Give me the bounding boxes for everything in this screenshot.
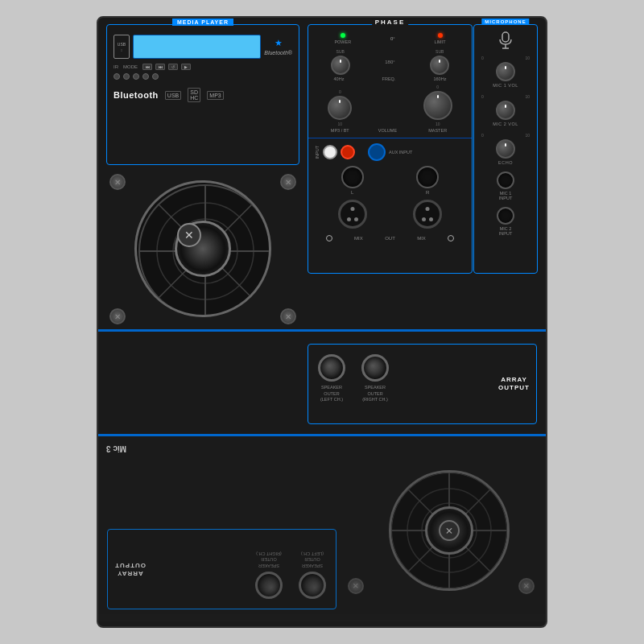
bottom-screw-tl: ✕ [518, 578, 535, 594]
mic-icon-area [474, 25, 537, 52]
sub-left-control[interactable] [331, 56, 350, 75]
screw-tr: ✕ [280, 174, 296, 190]
bottom-inner: SPEAKEROUTER(LEFT CH.) SPEAKEROUTER(RIGH… [98, 436, 546, 621]
next-btn[interactable]: ⏭ [155, 64, 165, 70]
bottom-speaker-left-jack [299, 572, 326, 599]
mic2-vol-group: 010 MIC 2 VOL [474, 91, 537, 130]
knob-row-1: SUB 180° SUB [308, 47, 472, 76]
mic1-input-jack[interactable] [497, 171, 514, 189]
mic-section: MICROPHONE 010 MIC 1 VOL [473, 24, 538, 274]
limit-indicator: LIMIT [435, 33, 446, 44]
xlr-mix-left [338, 200, 367, 229]
jack-left-input[interactable] [341, 166, 364, 188]
bluetooth-badge: Bluetooth® [264, 50, 292, 56]
mp-feature-icons: Bluetooth USB SDHC MP3 [107, 81, 299, 105]
fan-outer-ring: ✕ [134, 180, 271, 317]
jack-l: L [341, 166, 364, 195]
input-connectors: INPUT AUX INPUT [308, 140, 472, 164]
media-player-section: MEDIA PLAYER USB ↕ ★ Bluetooth® IR MODE … [106, 24, 299, 165]
master-knob: 0 10 MASTER [423, 85, 452, 133]
xlr-right[interactable] [413, 200, 442, 229]
screw-br: ✕ [280, 308, 296, 324]
play-btn[interactable]: ▶ [181, 64, 191, 70]
mic2-vol-knob[interactable] [496, 101, 515, 120]
mic2-input-port: MIC 2 INPUT [474, 204, 537, 239]
media-player-label: MEDIA PLAYER [172, 19, 233, 26]
bottom-screw-tr: ✕ [348, 578, 364, 594]
xlr-left[interactable] [338, 200, 367, 229]
master-volume-control[interactable] [423, 91, 452, 120]
xlr-row [308, 196, 472, 232]
jack-r: R [416, 166, 439, 195]
phase-indicators-row: POWER 0° LIMIT [308, 25, 472, 47]
usb-icon: USB ↕ [114, 35, 130, 59]
device-body: MEDIA PLAYER USB ↕ ★ Bluetooth® IR MODE … [97, 16, 547, 628]
bluetooth-label: Bluetooth [114, 90, 159, 100]
echo-knob[interactable] [496, 139, 515, 159]
echo-group: 010 ECHO [474, 130, 537, 168]
mp-indicator-dots [107, 72, 299, 81]
bottom-speaker-left: SPEAKEROUTER(LEFT CH.) [299, 550, 326, 599]
rca-white-input[interactable] [323, 145, 337, 159]
bottom-grille: ✕ [389, 470, 510, 591]
bottom-speaker-right: SPEAKEROUTER(RIGHT CH.) [255, 550, 283, 599]
fan-inner-ring: ✕ [175, 221, 231, 277]
middle-panel: SPEAKER OUTER (LEFT CH.) SPEAKER OUTER (… [98, 332, 546, 436]
volume-label-col: VOLUME [378, 128, 397, 133]
controls-section: PHASE POWER 0° LIMIT SUB [308, 24, 473, 274]
prev-btn[interactable]: ⏮ [142, 64, 152, 70]
fan-grille: ✕ [134, 180, 271, 317]
mix-indicator-left [326, 235, 332, 242]
svg-rect-8 [502, 32, 509, 42]
sub-knob-left: SUB [331, 49, 350, 75]
repeat-btn[interactable]: ↺ [168, 64, 178, 70]
array-section: SPEAKER OUTER (LEFT CH.) SPEAKER OUTER (… [308, 344, 537, 424]
fan-section: ✕ ✕ ✕ ✕ [106, 171, 299, 328]
lr-jacks: L R [308, 164, 472, 196]
phase-label: PHASE [372, 19, 409, 26]
screw-bl: ✕ [109, 308, 126, 324]
speaker-outer-right-jack[interactable] [361, 354, 389, 382]
speaker-ports-row: SPEAKER OUTER (LEFT CH.) SPEAKER OUTER (… [308, 345, 536, 413]
xlr-mix-right [413, 200, 442, 229]
mp3bt-volume-control[interactable] [328, 96, 352, 120]
bottom-panel: SPEAKEROUTER(LEFT CH.) SPEAKEROUTER(RIGH… [98, 436, 546, 621]
speaker-outer-right: SPEAKER OUTER (RIGHT CH.) [361, 354, 389, 403]
mic2-input-jack[interactable] [497, 207, 514, 225]
aux-input-jack[interactable] [368, 143, 386, 161]
volume-row: 0 10 MP3 / BT VOLUME 0 10 MASTER [308, 81, 472, 136]
mic1-vol-knob[interactable] [496, 62, 515, 81]
speaker-outer-left: SPEAKER OUTER (LEFT CH.) [318, 354, 345, 403]
limit-led [438, 33, 443, 38]
mp3bt-knob: 0 10 MP3 / BT [328, 89, 352, 133]
zero-indicator: 0° [390, 36, 395, 41]
rca-red-input[interactable] [341, 145, 355, 159]
sub-right-control[interactable] [430, 56, 449, 75]
bottom-speaker-right-jack [255, 572, 283, 599]
top-panel: MEDIA PLAYER USB ↕ ★ Bluetooth® IR MODE … [98, 18, 546, 332]
microphone-label: MICROPHONE [481, 19, 529, 25]
speaker-outer-left-jack[interactable] [318, 354, 345, 382]
power-led [341, 33, 345, 38]
fan-center: ✕ [177, 223, 201, 247]
mp-screen [133, 35, 261, 59]
mic3-label: Mic 3 [106, 444, 126, 453]
bottom-fan-area: ✕ ✕ [345, 452, 538, 597]
mic-icon [497, 31, 514, 49]
mic1-vol-group: 010 MIC 1 VOL [474, 52, 537, 91]
jack-right-input[interactable] [416, 166, 439, 188]
power-indicator: POWER [334, 33, 351, 44]
screw-tl: ✕ [109, 174, 126, 190]
sub-knob-right: SUB [430, 49, 449, 75]
bottom-array-mirror: SPEAKEROUTER(LEFT CH.) SPEAKEROUTER(RIGH… [107, 529, 336, 609]
mic1-input-port: MIC 1 INPUT [474, 168, 537, 204]
mix-out-row: MIX OUT MIX [308, 232, 472, 245]
mix-indicator-right [448, 235, 454, 242]
mp-controls-row: IR MODE ⏮ ⏭ ↺ ▶ [107, 62, 299, 72]
array-output-label: ARRAY OUTPUT [498, 376, 530, 393]
bottom-speaker-ports: SPEAKEROUTER(LEFT CH.) SPEAKEROUTER(RIGH… [108, 540, 336, 609]
mp-display-area: USB ↕ ★ Bluetooth® [107, 25, 299, 62]
